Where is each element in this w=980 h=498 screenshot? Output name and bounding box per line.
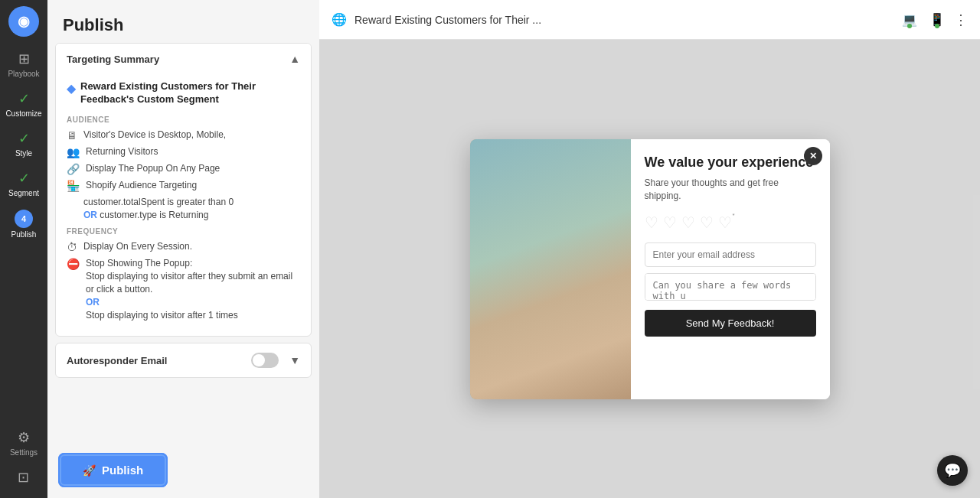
sidebar-item-playbook[interactable]: ⊞ Playbook bbox=[0, 44, 47, 84]
autoresponder-header[interactable]: Autoresponder Email ▼ bbox=[56, 343, 311, 377]
audience-shopify-item: 🏪 Shopify Audience Targeting bbox=[67, 179, 300, 192]
returning-icon: 👥 bbox=[67, 146, 80, 158]
or-text-2: OR bbox=[86, 297, 100, 308]
top-bar: 🌐 Reward Existing Customers for Their ..… bbox=[319, 0, 980, 40]
publish-badge: 4 bbox=[15, 210, 33, 228]
heart-4-icon[interactable]: ♡ bbox=[700, 213, 714, 232]
sidebar-item-publish[interactable]: 4 Publish bbox=[0, 203, 47, 245]
popup-hearts: ♡ ♡ ♡ ♡ ♡* bbox=[645, 213, 816, 232]
sidebar-nav: ◉ ⊞ Playbook ✓ Customize ✓ Style ✓ Segme… bbox=[0, 0, 47, 498]
stop-icon: ⛔ bbox=[67, 258, 80, 270]
heart-1-icon[interactable]: ♡ bbox=[645, 213, 658, 232]
preview-background: We value your experience Share your thou… bbox=[319, 40, 980, 498]
autoresponder-chevron-icon: ▼ bbox=[289, 354, 300, 366]
campaign-name: Reward Existing Customers for Their Feed… bbox=[80, 80, 300, 106]
popup-card: We value your experience Share your thou… bbox=[470, 139, 830, 399]
audience-device-item: 🖥 Visitor's Device is Desktop, Mobile, bbox=[67, 129, 300, 142]
page-text: Display The Popup On Any Page bbox=[86, 162, 220, 175]
targeting-summary-header[interactable]: Targeting Summary ▲ bbox=[56, 44, 311, 74]
publish-button[interactable]: 🚀 Publish bbox=[60, 454, 166, 486]
audience-condition-item: customer.totalSpent is greater than 0 OR… bbox=[67, 196, 300, 222]
autoresponder-toggle[interactable] bbox=[251, 353, 279, 368]
extensions-icon: ⊡ bbox=[18, 469, 29, 486]
desktop-active-dot bbox=[907, 24, 912, 28]
audience-page-item: 🔗 Display The Popup On Any Page bbox=[67, 162, 300, 175]
shopify-text: Shopify Audience Targeting bbox=[86, 179, 197, 192]
campaign-bullet-icon: ◆ bbox=[67, 81, 76, 96]
sidebar-item-settings[interactable]: ⚙ Settings bbox=[10, 423, 38, 463]
popup-email-input[interactable] bbox=[645, 242, 816, 267]
session-icon: ⏱ bbox=[67, 241, 77, 253]
publish-button-label: Publish bbox=[102, 464, 143, 477]
main-preview: 🌐 Reward Existing Customers for Their ..… bbox=[319, 0, 980, 498]
audience-label: AUDIENCE bbox=[67, 116, 300, 124]
targeting-chevron-icon: ▲ bbox=[289, 53, 300, 65]
session-text: Display On Every Session. bbox=[83, 240, 192, 253]
popup-face-image bbox=[470, 139, 631, 399]
popup-title: We value your experience bbox=[645, 155, 816, 171]
frequency-label: FREQUENCY bbox=[67, 227, 300, 236]
page-icon: 🔗 bbox=[67, 163, 80, 175]
publish-panel: Publish Targeting Summary ▲ ◆ Reward Exi… bbox=[47, 0, 319, 498]
mobile-device-button[interactable]: 📱 bbox=[926, 9, 948, 30]
targeting-summary-section: Targeting Summary ▲ ◆ Reward Existing Cu… bbox=[55, 43, 312, 337]
autoresponder-title: Autoresponder Email bbox=[67, 355, 167, 366]
popup-close-button[interactable]: ✕ bbox=[804, 147, 822, 165]
heart-2-icon[interactable]: ♡ bbox=[663, 213, 677, 232]
popup-content-side: We value your experience Share your thou… bbox=[631, 139, 830, 399]
sidebar-item-style[interactable]: ✓ Style bbox=[0, 124, 47, 164]
sidebar-item-customize[interactable]: ✓ Customize bbox=[0, 84, 47, 124]
shopify-icon: 🏪 bbox=[67, 180, 80, 192]
publish-panel-title: Publish bbox=[47, 0, 319, 43]
chat-fab-button[interactable]: 💬 bbox=[937, 455, 968, 486]
condition-text: customer.totalSpent is greater than 0 OR… bbox=[83, 196, 234, 222]
popup-image-side bbox=[470, 139, 631, 399]
desktop-device-button[interactable]: 💻 bbox=[899, 9, 920, 30]
popup-feedback-textarea[interactable] bbox=[645, 273, 816, 301]
device-text: Visitor's Device is Desktop, Mobile, bbox=[83, 129, 226, 142]
style-icon: ✓ bbox=[18, 130, 30, 147]
audience-returning-item: 👥 Returning Visitors bbox=[67, 145, 300, 158]
app-logo[interactable]: ◉ bbox=[8, 6, 39, 37]
heart-3-icon[interactable]: ♡ bbox=[681, 213, 695, 232]
popup-submit-button[interactable]: Send My Feedback! bbox=[645, 310, 816, 337]
publish-rocket-icon: 🚀 bbox=[83, 464, 96, 477]
autoresponder-section: Autoresponder Email ▼ bbox=[55, 343, 312, 378]
playbook-icon: ⊞ bbox=[18, 50, 30, 67]
sidebar-item-segment[interactable]: ✓ Segment bbox=[0, 164, 47, 203]
popup-subtitle: Share your thoughts and get free shippin… bbox=[645, 177, 816, 203]
stop-text: Stop Showing The Popup: Stop displaying … bbox=[86, 257, 300, 321]
mobile-active-dot bbox=[935, 24, 939, 28]
returning-text: Returning Visitors bbox=[86, 145, 158, 158]
globe-icon: 🌐 bbox=[332, 12, 347, 27]
targeting-summary-title: Targeting Summary bbox=[67, 54, 159, 65]
topbar-title: Reward Existing Customers for Their ... bbox=[354, 14, 899, 26]
customize-icon: ✓ bbox=[18, 90, 30, 107]
settings-icon: ⚙ bbox=[18, 429, 30, 446]
targeting-body: ◆ Reward Existing Customers for Their Fe… bbox=[56, 74, 311, 336]
segment-icon: ✓ bbox=[18, 170, 30, 187]
campaign-name-row: ◆ Reward Existing Customers for Their Fe… bbox=[67, 80, 300, 106]
heart-5-icon[interactable]: ♡* bbox=[718, 213, 732, 232]
more-options-button[interactable]: ⋮ bbox=[954, 11, 968, 28]
frequency-stop-item: ⛔ Stop Showing The Popup: Stop displayin… bbox=[67, 257, 300, 321]
sidebar-item-extensions[interactable]: ⊡ bbox=[10, 463, 38, 492]
or-text-1: OR bbox=[83, 210, 97, 220]
autoresponder-controls: ▼ bbox=[251, 353, 300, 368]
chat-icon: 💬 bbox=[944, 462, 961, 479]
publish-button-area: 🚀 Publish bbox=[60, 454, 166, 486]
device-icon: 🖥 bbox=[67, 129, 77, 142]
topbar-actions: 💻 📱 ⋮ bbox=[899, 9, 968, 30]
frequency-session-item: ⏱ Display On Every Session. bbox=[67, 240, 300, 253]
